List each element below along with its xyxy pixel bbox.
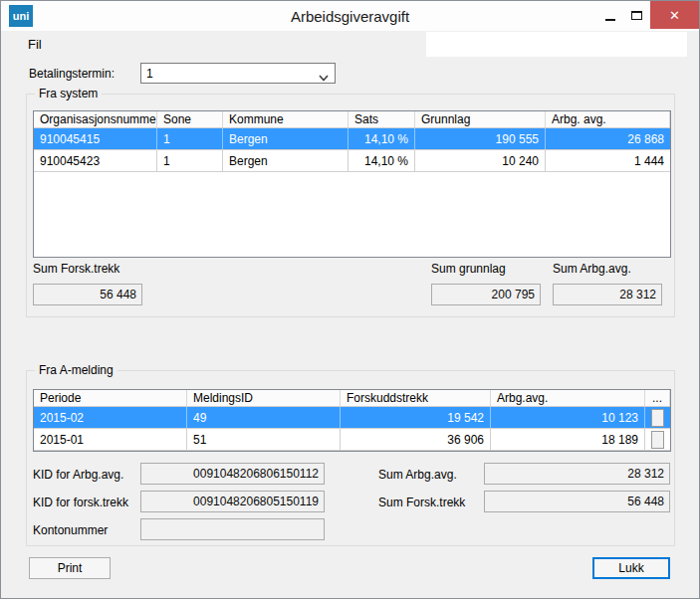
window-title: Arbeidsgiveravgift (1, 1, 699, 31)
sum-forsktrekk-field[interactable]: 56 448 (33, 284, 142, 305)
cell-forskuddstrekk: 19 542 (341, 407, 491, 428)
kid-arbgavg-label: KID for Arbg.avg. (33, 468, 123, 482)
table-row[interactable]: 910045423 1 Bergen 14,10 % 10 240 1 444 (34, 150, 670, 172)
cell-kommune: Bergen (223, 150, 349, 171)
cell-organisasjonsnummer: 910045415 (34, 128, 157, 149)
cell-periode: 2015-01 (34, 429, 187, 450)
groupbox-fra-system: Fra system Organisasjonsnummer Sone Komm… (26, 94, 675, 317)
sum-arbgavg-bottom-label: Sum Arbg.avg. (378, 468, 457, 482)
column-header-ellipsis[interactable]: ... (645, 390, 670, 406)
sum-forsktrekk-bottom-label: Sum Forsk.trekk (378, 496, 465, 509)
chevron-down-icon (319, 71, 329, 85)
sum-arbgavg-bottom-field[interactable]: 28 312 (484, 463, 670, 485)
cell-arbg-avg: 1 444 (546, 150, 670, 171)
cell-grunnlag: 10 240 (415, 150, 546, 171)
table-row[interactable]: 910045415 1 Bergen 14,10 % 190 555 26 86… (34, 128, 670, 150)
column-header[interactable]: Grunnlag (415, 111, 546, 127)
minimize-button[interactable] (596, 1, 623, 30)
maximize-button[interactable] (623, 1, 650, 30)
cell-arbg-avg: 18 189 (491, 429, 645, 450)
kontonummer-label: Kontonummer (33, 523, 108, 537)
column-header[interactable]: Periode (34, 390, 187, 406)
payment-term-value: 1 (146, 67, 153, 81)
cell-detail (645, 429, 670, 450)
cell-sone: 1 (157, 128, 223, 149)
close-button[interactable]: ✕ (650, 1, 699, 29)
row-detail-button[interactable] (651, 431, 664, 449)
column-header[interactable]: MeldingsID (187, 390, 341, 406)
minimize-icon (605, 19, 615, 21)
groupbox-fra-amelding: Fra A-melding Periode MeldingsID Forskud… (26, 370, 675, 546)
payment-term-select[interactable]: 1 (140, 63, 336, 84)
window-controls: ✕ (596, 1, 699, 30)
fra-amelding-header-row: Periode MeldingsID Forskuddstrekk Arbg.a… (34, 390, 670, 407)
row-detail-button[interactable] (651, 409, 664, 427)
column-header[interactable]: Organisasjonsnummer (34, 111, 157, 127)
sum-forsktrekk-bottom-field[interactable]: 56 448 (484, 491, 670, 512)
cell-arbg-avg: 10 123 (491, 407, 645, 428)
column-header[interactable]: Kommune (223, 111, 349, 127)
cell-grunnlag: 190 555 (415, 128, 546, 149)
kid-arbgavg-field[interactable]: 0091048206806150112 (140, 463, 325, 485)
table-row[interactable]: 2015-01 51 36 906 18 189 (34, 429, 670, 451)
column-header[interactable]: Sone (157, 111, 223, 127)
groupbox-fra-amelding-title: Fra A-melding (35, 363, 117, 377)
fra-amelding-table: Periode MeldingsID Forskuddstrekk Arbg.a… (33, 389, 671, 452)
column-header[interactable]: Arbg. avg. (546, 111, 670, 127)
column-header[interactable]: Arbg.avg. (491, 390, 645, 406)
app-window: uni Arbeidsgiveravgift ✕ Fil Betalingste… (0, 0, 700, 599)
fra-system-header-row: Organisasjonsnummer Sone Kommune Sats Gr… (34, 111, 670, 128)
column-header[interactable]: Sats (349, 111, 415, 127)
groupbox-fra-system-title: Fra system (35, 87, 102, 100)
kontonummer-field[interactable] (140, 518, 325, 540)
cell-arbg-avg: 26 868 (546, 128, 670, 149)
cell-meldingsid: 51 (187, 429, 341, 450)
sum-arbgavg-label: Sum Arbg.avg. (553, 262, 631, 276)
lukk-button[interactable]: Lukk (592, 557, 670, 579)
menu-bar: Fil (2, 31, 700, 58)
cell-forskuddstrekk: 36 906 (341, 429, 491, 450)
sum-arbgavg-field[interactable]: 28 312 (553, 284, 662, 305)
sum-grunnlag-label: Sum grunnlag (431, 262, 506, 276)
kid-forsktrekk-label: KID for forsk.trekk (33, 496, 128, 509)
cell-sone: 1 (157, 150, 223, 171)
payment-term-label: Betalingstermin: (29, 67, 115, 81)
cell-periode: 2015-02 (34, 407, 187, 428)
column-header[interactable]: Forskuddstrekk (341, 390, 491, 406)
fra-system-table: Organisasjonsnummer Sone Kommune Sats Gr… (33, 110, 671, 258)
menu-item-fil[interactable]: Fil (20, 31, 50, 58)
cell-detail (645, 407, 670, 428)
sum-grunnlag-field[interactable]: 200 795 (431, 284, 541, 305)
cell-kommune: Bergen (223, 128, 349, 149)
cell-meldingsid: 49 (187, 407, 341, 428)
cell-sats: 14,10 % (349, 128, 415, 149)
sum-forsktrekk-label: Sum Forsk.trekk (33, 262, 119, 276)
cell-sats: 14,10 % (349, 150, 415, 171)
table-row[interactable]: 2015-02 49 19 542 10 123 (34, 407, 670, 429)
cell-organisasjonsnummer: 910045423 (34, 150, 157, 171)
print-button[interactable]: Print (29, 557, 111, 579)
title-bar[interactable]: uni Arbeidsgiveravgift ✕ (1, 1, 699, 31)
maximize-icon (631, 11, 642, 20)
menu-right-panel (426, 32, 687, 57)
kid-forsktrekk-field[interactable]: 0091048206805150119 (140, 491, 325, 512)
close-icon: ✕ (669, 9, 680, 22)
